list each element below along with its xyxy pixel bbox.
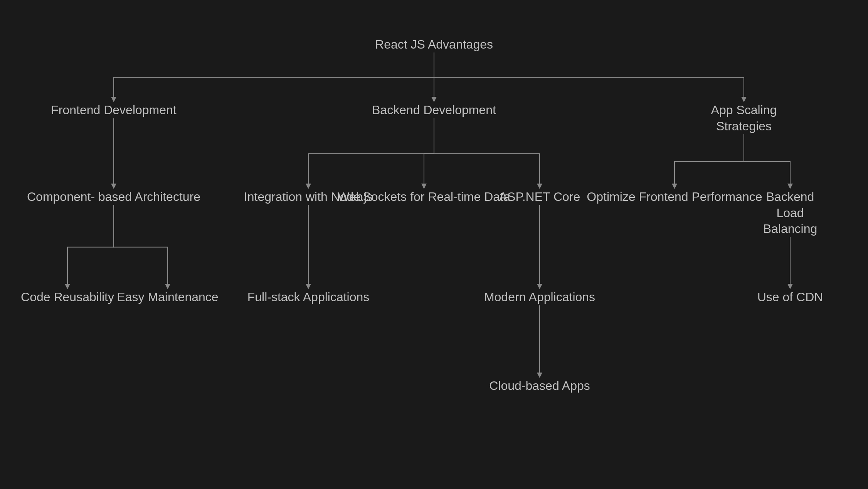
- node-root: React JS Advantages: [375, 37, 493, 53]
- node-cloudbased: Cloud-based Apps: [489, 378, 590, 394]
- node-easymaint: Easy Maintenance: [117, 289, 218, 305]
- node-modern: Modern Applications: [484, 289, 595, 305]
- node-fullstack: Full-stack Applications: [247, 289, 370, 305]
- node-scaling: App Scaling Strategies: [682, 102, 806, 134]
- connector-svg: [0, 0, 868, 489]
- svg-marker-6: [537, 184, 542, 189]
- svg-marker-9: [65, 284, 70, 289]
- svg-marker-11: [306, 284, 311, 289]
- svg-marker-10: [165, 284, 170, 289]
- node-usecdn: Use of CDN: [757, 289, 823, 305]
- node-component: Component- based Architecture: [27, 189, 200, 205]
- svg-marker-2: [741, 97, 747, 102]
- svg-marker-1: [431, 97, 437, 102]
- node-loadbalance: Backend Load Balancing: [751, 189, 829, 237]
- node-backend: Backend Development: [372, 102, 496, 118]
- svg-marker-0: [111, 97, 116, 102]
- svg-marker-13: [787, 284, 793, 289]
- svg-marker-3: [111, 184, 116, 189]
- svg-marker-4: [306, 184, 311, 189]
- node-frontend: Frontend Development: [51, 102, 177, 118]
- svg-marker-14: [537, 373, 542, 378]
- svg-marker-8: [787, 184, 793, 189]
- svg-marker-7: [672, 184, 677, 189]
- node-codereuse: Code Reusability: [21, 289, 114, 305]
- svg-marker-5: [421, 184, 427, 189]
- node-optimize: Optimize Frontend Performance: [587, 189, 762, 205]
- svg-marker-12: [537, 284, 542, 289]
- node-aspnet: ASP.NET Core: [499, 189, 580, 205]
- node-websockets: WebSockets for Real-time Data: [338, 189, 510, 205]
- diagram-container: React JS AdvantagesFrontend DevelopmentB…: [0, 0, 868, 489]
